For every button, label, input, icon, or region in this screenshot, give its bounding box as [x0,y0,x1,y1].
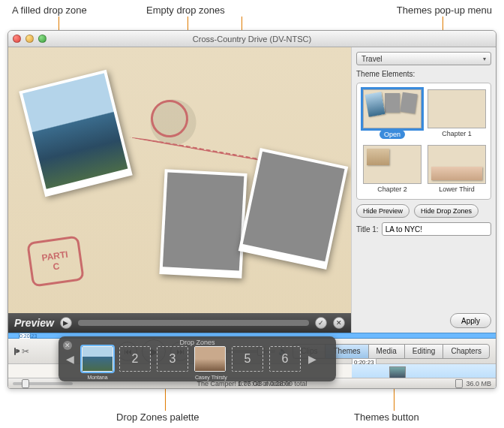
apply-button[interactable]: Apply [450,313,491,328]
annotation-filled-drop-zone: A filled drop zone [12,5,87,16]
drop-zones-palette-title: Drop Zones [58,339,336,346]
palette-slot-label: Montana [82,375,112,380]
title1-input[interactable] [382,222,491,236]
preview-play-icon[interactable]: ▶ [60,317,72,329]
theme-elements-label: Theme Elements: [356,70,491,78]
theme-item-open[interactable]: Open [363,89,422,139]
annotation-drop-zones-palette: Drop Zones palette [116,411,200,423]
preview-confirm-icon[interactable]: ✓ [315,317,327,329]
stamp-parti-icon: PARTI C [26,235,85,287]
palette-slot-2[interactable]: 2 [119,346,151,372]
tab-editing[interactable]: Editing [404,344,444,359]
theme-item-label: Open [380,130,405,139]
hide-drop-zones-button[interactable]: Hide Drop Zones [414,204,478,218]
window-title: Cross-Country Drive (DV-NTSC) [8,35,496,44]
palette-left-arrow[interactable]: ◀ [64,353,76,365]
preview-bar: Preview ▶ ✓ ✕ [8,313,351,333]
palette-slot-6[interactable]: 6 [269,346,301,372]
preview-cancel-icon[interactable]: ✕ [333,317,345,329]
palette-slot-4[interactable]: Casey Thirsty [194,346,226,372]
palette-slot-label: Casey Thirsty [195,375,225,380]
app-window: Cross-Country Drive (DV-NTSC) PARTI C Pr… [8,30,496,389]
theme-item-lower-third[interactable]: Lower Third [428,145,486,193]
hide-preview-button[interactable]: Hide Preview [356,204,410,218]
preview-label: Preview [14,317,54,329]
palette-slot-5[interactable]: 5 [232,346,263,372]
drop-zone-empty-1[interactable] [159,169,247,279]
tab-media[interactable]: Media [368,344,405,359]
theme-item-label: Lower Third [439,185,474,193]
theme-popup-value: Travel [362,55,382,63]
preview-pane: PARTI C Preview ▶ ✓ ✕ [8,47,352,333]
theme-item-chapter1[interactable]: Chapter 1 [428,89,486,139]
annotation-themes-button: Themes button [354,411,419,423]
stamp-text-2: C [52,261,61,272]
theme-item-label: Chapter 1 [442,130,472,137]
theme-popup[interactable]: Travel [356,52,491,65]
scissors-icon[interactable]: ✂ [22,346,29,357]
camera-mode-icon[interactable] [14,348,16,355]
timeline-clip-thumb[interactable] [389,366,406,378]
themes-panel: Travel Theme Elements: Open Chapter 1 Ch… [352,47,496,333]
palette-slot-3[interactable]: 3 [157,346,188,372]
drop-zones-palette[interactable]: ✕ Drop Zones ◀ Montana 2 3 Casey Thirsty… [58,336,336,381]
palette-right-arrow[interactable]: ▶ [307,353,318,365]
theme-item-chapter2[interactable]: Chapter 2 [363,145,422,193]
title1-label: Title 1: [356,225,379,234]
annotation-empty-drop-zones: Empty drop zones [146,5,225,16]
titlebar: Cross-Country Drive (DV-NTSC) [8,31,496,47]
theme-item-label: Chapter 2 [377,185,407,193]
preview-scrubber[interactable] [78,320,309,326]
annotation-themes-popup: Themes pop-up menu [397,5,492,16]
tab-chapters[interactable]: Chapters [442,344,490,359]
palette-slot-1[interactable]: Montana [82,346,113,372]
theme-elements-grid: Open Chapter 1 Chapter 2 Lower Third [356,83,491,200]
